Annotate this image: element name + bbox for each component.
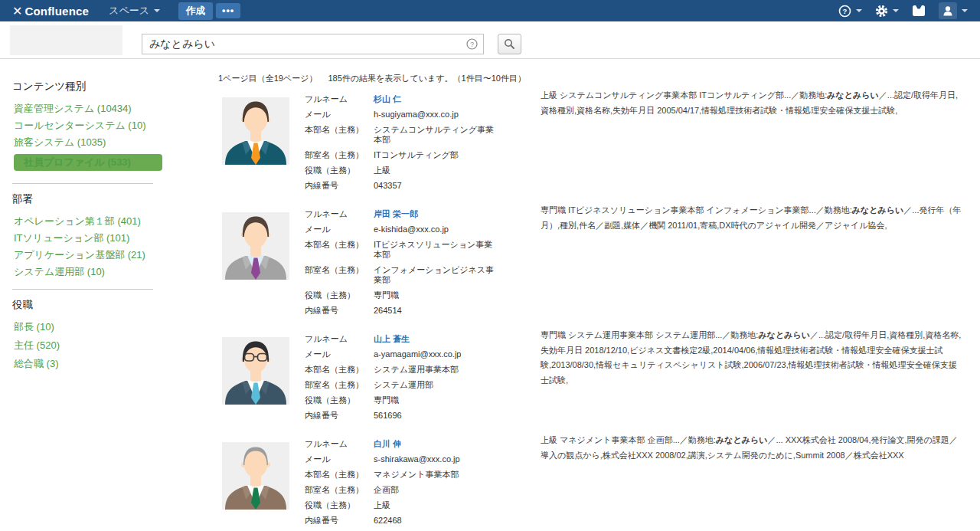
profile-photo[interactable] (222, 337, 289, 405)
profile-email: a-yamagami@xxx.co.jp (374, 349, 495, 359)
facet-passenger-system[interactable]: 旅客システム (1035) (14, 137, 162, 147)
field-label: 役職（主務） (305, 395, 374, 405)
user-avatar-icon (939, 2, 957, 19)
profile-name-link[interactable]: 山上 蒼生 (374, 334, 495, 344)
notifications-button[interactable] (909, 3, 929, 18)
search-icon (504, 38, 515, 50)
confluence-logo-text: Confluence (24, 5, 89, 18)
navbar-right: ? (835, 1, 971, 21)
facet-position-shunin[interactable]: 主任 (520) (14, 340, 162, 350)
field-label: フルネーム (305, 209, 374, 219)
field-label: フルネーム (305, 334, 374, 344)
search-term-highlight: みなとみらい (852, 205, 904, 215)
profile-name-link[interactable]: 杉山 仁 (374, 94, 495, 104)
result-excerpt: 専門職 ITビジネスソリューション事業本部 インフォメーション事業部...／勤務… (534, 203, 965, 321)
field-label: フルネーム (305, 439, 374, 449)
field-label: 本部名（主務） (305, 240, 374, 260)
search-help-icon[interactable]: ? (466, 38, 478, 53)
field-label: 役職（主務） (305, 166, 374, 175)
field-label: メール (305, 110, 374, 120)
field-label: メール (305, 225, 374, 234)
profile-email: e-kishida@xxx.co.jp (374, 225, 495, 234)
field-label: 部室名（主務） (305, 380, 374, 390)
result-item: フルネーム白川 伸 メールs-shirakawa@xxx.co.jp 本部名（主… (218, 439, 965, 531)
facet-it-solution-dept[interactable]: ITソリューション部 (101) (14, 233, 162, 243)
facet-position-bucho[interactable]: 部長 (10) (14, 322, 162, 332)
search-term-highlight: みなとみらい (827, 90, 879, 100)
chevron-down-icon (962, 9, 968, 12)
field-label: 部室名（主務） (305, 150, 374, 160)
result-item: フルネーム岸田 栄一郎 メールe-kishida@xxx.co.jp 本部名（主… (218, 209, 965, 321)
profile-department: 企画部 (374, 485, 495, 495)
profile-photo[interactable] (222, 442, 289, 510)
profile-division: マネジメント事業本部 (374, 470, 495, 480)
field-label: メール (305, 454, 374, 464)
profile-title: 上級 (374, 166, 495, 175)
results-summary: 1ページ目（全19ページ） 185件の結果を表示しています。（1件目〜10件目） (218, 74, 965, 84)
results-count-info: 185件の結果を表示しています。（1件目〜10件目） (328, 74, 526, 84)
facet-group-title-content-type: コンテンツ種別 (12, 80, 162, 93)
result-excerpt: 上級 システムコンサルティング事業本部 ITコンサルティング部...／勤務地:み… (534, 88, 965, 196)
profile-division: システム運用事業本部 (374, 365, 495, 375)
field-label: 本部名（主務） (305, 470, 374, 480)
result-excerpt: 専門職 システム運用事業本部 システム運用部...／勤務地:みなとみらい／...… (534, 328, 965, 426)
chevron-down-icon (154, 9, 160, 12)
field-label: 内線番号 (305, 306, 374, 316)
profile-name-link[interactable]: 岸田 栄一郎 (374, 209, 495, 219)
profile-email: s-shirakawa@xxx.co.jp (374, 454, 495, 464)
facet-employee-profile-selected[interactable]: 社員プロファイル (533) (14, 154, 162, 171)
profile-department: システム運用部 (374, 380, 495, 390)
facet-group-title-department: 部署 (12, 192, 162, 206)
field-label: 部室名（主務） (305, 265, 374, 285)
facet-system-ops-dept[interactable]: システム運用部 (10) (14, 267, 162, 277)
help-icon: ? (838, 5, 851, 18)
top-navbar: ✕ Confluence スペース 作成 ••• ? (0, 0, 980, 21)
profile-department: ITコンサルティング部 (374, 150, 495, 160)
profile-division: ITビジネスソリューション事業本部 (374, 240, 495, 260)
user-menu[interactable] (936, 1, 971, 21)
title-placeholder-box (10, 25, 122, 55)
settings-menu[interactable] (872, 3, 902, 19)
svg-text:?: ? (470, 41, 474, 48)
facet-position-sogoshoku[interactable]: 総合職 (3) (14, 359, 162, 369)
result-excerpt: 上級 マネジメント事業本部 企画部...／勤務地:みなとみらい／... XXX株… (534, 433, 965, 531)
search-term-highlight: みなとみらい (716, 435, 768, 444)
help-menu[interactable]: ? (835, 3, 865, 19)
result-item: フルネーム杉山 仁 メールh-sugiyama@xxx.co.jp 本部名（主務… (218, 94, 965, 196)
search-input[interactable] (142, 34, 484, 54)
profile-extension: 622468 (374, 516, 495, 526)
field-label: 内線番号 (305, 411, 374, 421)
facet-operations-dept1[interactable]: オペレーション第１部 (401) (14, 216, 162, 226)
profile-title: 専門職 (374, 290, 495, 300)
profile-photo[interactable] (222, 97, 289, 165)
facet-call-center-system[interactable]: コールセンターシステム (10) (14, 120, 162, 130)
profile-title: 上級 (374, 500, 495, 510)
more-button[interactable]: ••• (216, 3, 240, 18)
sidebar-divider (12, 289, 153, 290)
field-label: 役職（主務） (305, 290, 374, 300)
profile-extension: 264514 (374, 306, 495, 316)
search-button[interactable] (498, 34, 521, 54)
confluence-logo[interactable]: ✕ Confluence (12, 4, 89, 18)
profile-fields: フルネーム山上 蒼生 メールa-yamagami@xxx.co.jp 本部名（主… (305, 334, 534, 426)
field-label: 本部名（主務） (305, 125, 374, 145)
confluence-logo-icon: ✕ (12, 4, 22, 18)
field-label: 役職（主務） (305, 500, 374, 510)
profile-title: 専門職 (374, 395, 495, 405)
facet-app-platform-dept[interactable]: アプリケーション基盤部 (21) (14, 250, 162, 260)
facets-sidebar: コンテンツ種別 資産管理システム (10434) コールセンターシステム (10… (12, 59, 162, 531)
create-button[interactable]: 作成 (178, 2, 213, 20)
sidebar-divider (12, 183, 153, 184)
svg-text:?: ? (843, 7, 848, 15)
profile-name-link[interactable]: 白川 伸 (374, 439, 495, 449)
profile-photo[interactable] (222, 212, 289, 280)
chevron-down-icon (856, 9, 862, 12)
profile-department: インフォメーションビジネス事業部 (374, 265, 495, 285)
spaces-menu[interactable]: スペース (109, 4, 160, 18)
facet-group-title-position: 役職 (12, 298, 162, 312)
profile-extension: 561696 (374, 411, 495, 421)
facet-asset-mgmt-system[interactable]: 資産管理システム (10434) (14, 103, 162, 113)
profile-fields: フルネーム白川 伸 メールs-shirakawa@xxx.co.jp 本部名（主… (305, 439, 534, 531)
field-label: 部室名（主務） (305, 485, 374, 495)
field-label: 本部名（主務） (305, 365, 374, 375)
